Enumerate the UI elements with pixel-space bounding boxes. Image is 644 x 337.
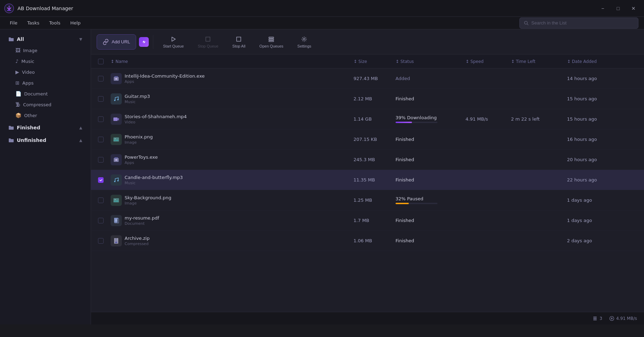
apps-icon: ⊞ — [15, 80, 20, 86]
minimize-button[interactable]: − — [596, 3, 609, 13]
sidebar-all-header[interactable]: All ▼ — [3, 34, 88, 45]
search-input[interactable] — [531, 20, 634, 26]
row-5-checkbox[interactable] — [98, 157, 104, 163]
add-url-button[interactable]: Add URL — [97, 34, 136, 50]
table-row[interactable]: Candle-and-butterfly.mp3 Music 11.35 MB … — [91, 170, 644, 190]
open-queues-button[interactable]: Open Queues — [254, 33, 289, 51]
row-checkbox[interactable] — [94, 198, 108, 203]
header-name[interactable]: ↕ Name — [108, 59, 351, 64]
app-title: AB Download Manager — [18, 6, 73, 11]
stop-all-button[interactable]: Stop All — [227, 33, 251, 51]
settings-label: Settings — [298, 44, 312, 48]
header-size[interactable]: ↕ Size — [351, 59, 393, 64]
file-name: Guitar.mp3 — [125, 94, 150, 99]
row-checkbox[interactable] — [94, 157, 108, 163]
row-size: 11.35 MB — [351, 177, 393, 182]
svg-rect-37 — [593, 320, 597, 320]
row-date: 15 hours ago — [564, 96, 627, 101]
menu-file[interactable]: File — [6, 19, 22, 27]
sidebar-item-apps[interactable]: ⊞ Apps — [3, 78, 88, 88]
sidebar-video-label: Video — [22, 70, 35, 75]
sidebar-item-compressed[interactable]: 🗜 Compressed — [3, 99, 88, 110]
sidebar-finished-header[interactable]: Finished ▲ — [3, 122, 88, 133]
row-checkbox[interactable] — [94, 76, 108, 81]
document-icon: 📄 — [15, 91, 21, 96]
settings-button[interactable]: Settings — [292, 33, 317, 51]
close-button[interactable]: ✕ — [627, 3, 640, 13]
row-status: 39% Downloading — [393, 115, 463, 123]
table-row[interactable]: Phoenix.png Image 207.15 KB Finished 16 … — [91, 129, 644, 150]
sidebar-all-label: All — [17, 36, 24, 42]
row-size: 245.3 MB — [351, 157, 393, 162]
header-status[interactable]: ↕ Status — [393, 59, 463, 64]
table-row[interactable]: my-resume.pdf Document 1.7 MB Finished 1… — [91, 210, 644, 231]
date-sort-icon: ↕ — [567, 59, 570, 64]
table-row[interactable]: PowerToys.exe Apps 245.3 MB Finished 20 … — [91, 150, 644, 170]
row-2-checkbox[interactable] — [98, 96, 104, 102]
search-box[interactable] — [519, 17, 638, 29]
start-queue-button[interactable]: Start Queue — [158, 33, 189, 51]
sidebar-document-label: Document — [24, 91, 48, 96]
header-time-left[interactable]: ↕ Time Left — [508, 59, 564, 64]
svg-point-16 — [117, 99, 119, 100]
row-3-checkbox[interactable] — [98, 116, 104, 122]
row-1-checkbox[interactable] — [98, 76, 104, 81]
sidebar-image-label: Image — [23, 48, 37, 53]
select-all-checkbox[interactable] — [98, 59, 104, 64]
time-sort-icon: ↕ — [511, 59, 514, 64]
row-checkbox[interactable] — [94, 96, 108, 102]
sidebar-item-image[interactable]: 🖼 Image — [3, 45, 88, 56]
table-row[interactable]: Guitar.mp3 Music 2.12 MB Finished 15 hou… — [91, 89, 644, 109]
svg-point-24 — [117, 180, 119, 181]
row-checkbox[interactable] — [94, 177, 108, 183]
row-size: 1.25 MB — [351, 198, 393, 203]
row-checkbox[interactable] — [94, 218, 108, 223]
sidebar-item-video[interactable]: ▶ Video — [3, 67, 88, 77]
row-checkbox[interactable] — [94, 137, 108, 142]
table-row[interactable]: Sky-Background.png Image 1.25 MB 32% Pau… — [91, 190, 644, 210]
sidebar-item-music[interactable]: ♪ Music — [3, 56, 88, 66]
row-9-checkbox[interactable] — [98, 238, 104, 244]
row-size: 2.12 MB — [351, 96, 393, 101]
content-area: Add URL Start Queue Stop Queue — [91, 29, 644, 324]
video-icon: ▶ — [15, 69, 19, 75]
sidebar-item-document[interactable]: 📄 Document — [3, 88, 88, 99]
row-8-checkbox[interactable] — [98, 218, 104, 223]
play-icon — [170, 36, 177, 43]
table-row[interactable]: IntelliJ-Idea-Community-Edition.exe Apps… — [91, 69, 644, 89]
row-7-checkbox[interactable] — [98, 198, 104, 203]
add-url-extra-button[interactable] — [139, 37, 149, 47]
svg-point-19 — [115, 138, 116, 139]
menu-tasks[interactable]: Tasks — [23, 19, 44, 27]
sidebar-unfinished-header[interactable]: Unfinished ▲ — [3, 135, 88, 146]
row-4-checkbox[interactable] — [98, 137, 104, 142]
app-icon — [4, 3, 14, 13]
header-date-added[interactable]: ↕ Date Added — [564, 59, 627, 64]
header-speed[interactable]: ↕ Speed — [463, 59, 508, 64]
svg-point-15 — [114, 100, 115, 101]
stop-queue-button[interactable]: Stop Queue — [192, 33, 224, 51]
other-icon: 📦 — [15, 113, 21, 118]
row-date: 16 hours ago — [564, 137, 627, 142]
file-category: Compressed — [125, 242, 149, 246]
stop-queue-icon — [204, 36, 211, 43]
row-file-info: Stories-of-Shahnameh.mp4 Video — [108, 114, 351, 125]
row-6-checkbox[interactable] — [98, 177, 104, 183]
menu-tools[interactable]: Tools — [45, 19, 65, 27]
open-queues-label: Open Queues — [259, 44, 284, 48]
table-row[interactable]: Archive.zip Compressed 1.06 MB Finished … — [91, 231, 644, 251]
row-checkbox[interactable] — [94, 238, 108, 244]
menu-help[interactable]: Help — [66, 19, 85, 27]
row-checkbox[interactable] — [94, 116, 108, 122]
sidebar-item-other[interactable]: 📦 Other — [3, 110, 88, 121]
progress-fill — [396, 122, 412, 123]
table-row[interactable]: Stories-of-Shahnameh.mp4 Video 1.14 GB 3… — [91, 109, 644, 129]
svg-rect-18 — [113, 137, 119, 142]
count-value: 3 — [600, 316, 602, 321]
maximize-button[interactable]: □ — [612, 3, 624, 13]
titlebar: AB Download Manager − □ ✕ — [0, 0, 644, 17]
row-date: 15 hours ago — [564, 116, 627, 122]
header-checkbox[interactable] — [94, 59, 108, 64]
sidebar-other-label: Other — [24, 113, 37, 118]
row-file-info: Guitar.mp3 Music — [108, 93, 351, 105]
